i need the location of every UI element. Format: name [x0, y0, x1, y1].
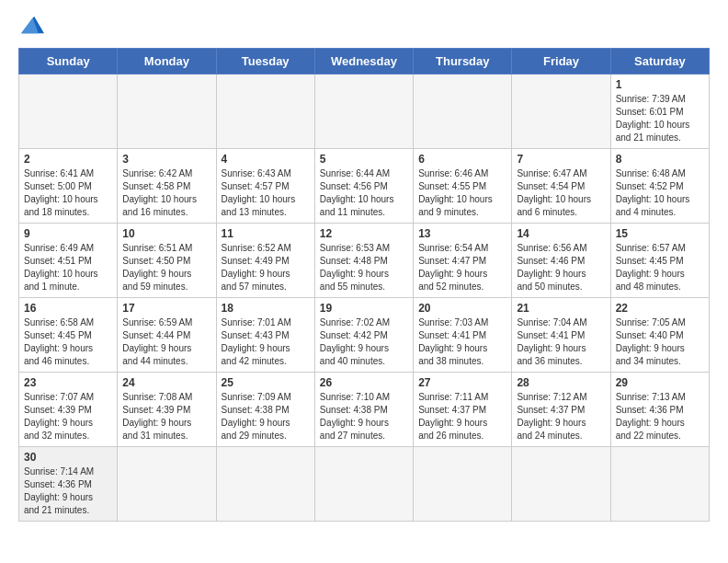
day-info: Sunrise: 6:47 AM Sunset: 4:54 PM Dayligh…	[517, 167, 605, 219]
day-number: 8	[616, 153, 704, 166]
day-info: Sunrise: 7:03 AM Sunset: 4:41 PM Dayligh…	[418, 316, 506, 368]
day-number: 13	[418, 227, 506, 240]
day-number: 27	[418, 376, 506, 389]
calendar-cell	[118, 447, 216, 522]
day-number: 6	[418, 153, 506, 166]
day-number: 4	[222, 153, 310, 166]
calendar-week-2: 2Sunrise: 6:41 AM Sunset: 5:00 PM Daylig…	[19, 149, 710, 224]
day-number: 3	[122, 153, 210, 166]
day-info: Sunrise: 7:12 AM Sunset: 4:37 PM Dayligh…	[517, 391, 605, 442]
day-info: Sunrise: 6:53 AM Sunset: 4:48 PM Dayligh…	[320, 242, 408, 293]
day-info: Sunrise: 7:08 AM Sunset: 4:39 PM Dayligh…	[122, 391, 210, 442]
day-info: Sunrise: 7:05 AM Sunset: 4:40 PM Dayligh…	[616, 316, 704, 368]
calendar-cell: 29Sunrise: 7:13 AM Sunset: 4:36 PM Dayli…	[610, 373, 709, 447]
day-info: Sunrise: 6:41 AM Sunset: 5:00 PM Dayligh…	[24, 167, 112, 219]
calendar-cell: 24Sunrise: 7:08 AM Sunset: 4:39 PM Dayli…	[118, 373, 216, 447]
weekday-header-wednesday: Wednesday	[314, 49, 413, 75]
weekday-header-saturday: Saturday	[610, 49, 709, 75]
calendar-cell	[118, 75, 216, 149]
calendar-week-3: 9Sunrise: 6:49 AM Sunset: 4:51 PM Daylig…	[19, 224, 710, 298]
day-number: 11	[222, 227, 310, 240]
calendar-week-6: 30Sunrise: 7:14 AM Sunset: 4:36 PM Dayli…	[19, 447, 710, 522]
day-info: Sunrise: 7:01 AM Sunset: 4:43 PM Dayligh…	[222, 316, 310, 368]
weekday-header-tuesday: Tuesday	[216, 49, 314, 75]
day-info: Sunrise: 7:07 AM Sunset: 4:39 PM Dayligh…	[24, 391, 112, 442]
day-info: Sunrise: 7:02 AM Sunset: 4:42 PM Dayligh…	[320, 316, 408, 368]
calendar-cell	[216, 447, 314, 522]
calendar-cell: 20Sunrise: 7:03 AM Sunset: 4:41 PM Dayli…	[414, 298, 512, 373]
day-number: 2	[24, 153, 112, 166]
calendar-week-1: 1Sunrise: 7:39 AM Sunset: 6:01 PM Daylig…	[19, 75, 710, 149]
calendar-cell	[610, 447, 709, 522]
day-number: 21	[517, 302, 605, 315]
day-info: Sunrise: 7:09 AM Sunset: 4:38 PM Dayligh…	[222, 391, 310, 442]
calendar-cell: 5Sunrise: 6:44 AM Sunset: 4:56 PM Daylig…	[314, 149, 413, 224]
calendar-cell: 6Sunrise: 6:46 AM Sunset: 4:55 PM Daylig…	[414, 149, 512, 224]
calendar-cell: 9Sunrise: 6:49 AM Sunset: 4:51 PM Daylig…	[19, 224, 118, 298]
day-number: 5	[320, 153, 408, 166]
day-info: Sunrise: 6:58 AM Sunset: 4:45 PM Dayligh…	[24, 316, 112, 368]
calendar-cell: 1Sunrise: 7:39 AM Sunset: 6:01 PM Daylig…	[610, 75, 709, 149]
day-info: Sunrise: 6:48 AM Sunset: 4:52 PM Dayligh…	[616, 167, 704, 219]
calendar-cell: 19Sunrise: 7:02 AM Sunset: 4:42 PM Dayli…	[314, 298, 413, 373]
day-info: Sunrise: 6:49 AM Sunset: 4:51 PM Dayligh…	[24, 242, 112, 293]
day-info: Sunrise: 6:52 AM Sunset: 4:49 PM Dayligh…	[222, 242, 310, 293]
day-number: 19	[320, 302, 408, 315]
day-info: Sunrise: 6:51 AM Sunset: 4:50 PM Dayligh…	[122, 242, 210, 293]
calendar-cell: 10Sunrise: 6:51 AM Sunset: 4:50 PM Dayli…	[118, 224, 216, 298]
day-info: Sunrise: 6:44 AM Sunset: 4:56 PM Dayligh…	[320, 167, 408, 219]
day-info: Sunrise: 6:46 AM Sunset: 4:55 PM Dayligh…	[418, 167, 506, 219]
day-number: 23	[24, 376, 112, 389]
calendar-cell	[512, 75, 610, 149]
calendar-table: SundayMondayTuesdayWednesdayThursdayFrid…	[18, 48, 710, 522]
header	[18, 15, 710, 39]
calendar-week-4: 16Sunrise: 6:58 AM Sunset: 4:45 PM Dayli…	[19, 298, 710, 373]
calendar-cell: 21Sunrise: 7:04 AM Sunset: 4:41 PM Dayli…	[512, 298, 610, 373]
calendar-cell: 18Sunrise: 7:01 AM Sunset: 4:43 PM Dayli…	[216, 298, 314, 373]
day-number: 14	[517, 227, 605, 240]
calendar-cell: 28Sunrise: 7:12 AM Sunset: 4:37 PM Dayli…	[512, 373, 610, 447]
calendar-cell: 30Sunrise: 7:14 AM Sunset: 4:36 PM Dayli…	[19, 447, 118, 522]
calendar-cell: 11Sunrise: 6:52 AM Sunset: 4:49 PM Dayli…	[216, 224, 314, 298]
generalblue-logo-icon	[18, 15, 44, 35]
calendar-cell: 3Sunrise: 6:42 AM Sunset: 4:58 PM Daylig…	[118, 149, 216, 224]
calendar-cell: 4Sunrise: 6:43 AM Sunset: 4:57 PM Daylig…	[216, 149, 314, 224]
calendar-cell: 2Sunrise: 6:41 AM Sunset: 5:00 PM Daylig…	[19, 149, 118, 224]
day-number: 25	[222, 376, 310, 389]
calendar-page: SundayMondayTuesdayWednesdayThursdayFrid…	[0, 0, 728, 540]
day-number: 1	[616, 78, 704, 91]
calendar-cell	[216, 75, 314, 149]
day-number: 29	[616, 376, 704, 389]
day-number: 15	[616, 227, 704, 240]
calendar-cell: 17Sunrise: 6:59 AM Sunset: 4:44 PM Dayli…	[118, 298, 216, 373]
day-number: 20	[418, 302, 506, 315]
calendar-week-5: 23Sunrise: 7:07 AM Sunset: 4:39 PM Dayli…	[19, 373, 710, 447]
calendar-cell: 14Sunrise: 6:56 AM Sunset: 4:46 PM Dayli…	[512, 224, 610, 298]
day-number: 30	[24, 451, 112, 464]
day-number: 16	[24, 302, 112, 315]
day-number: 12	[320, 227, 408, 240]
day-info: Sunrise: 6:56 AM Sunset: 4:46 PM Dayligh…	[517, 242, 605, 293]
day-info: Sunrise: 7:14 AM Sunset: 4:36 PM Dayligh…	[24, 465, 112, 517]
day-number: 26	[320, 376, 408, 389]
calendar-cell: 22Sunrise: 7:05 AM Sunset: 4:40 PM Dayli…	[610, 298, 709, 373]
calendar-cell: 16Sunrise: 6:58 AM Sunset: 4:45 PM Dayli…	[19, 298, 118, 373]
day-info: Sunrise: 7:39 AM Sunset: 6:01 PM Dayligh…	[616, 93, 704, 144]
calendar-cell: 8Sunrise: 6:48 AM Sunset: 4:52 PM Daylig…	[610, 149, 709, 224]
day-info: Sunrise: 7:11 AM Sunset: 4:37 PM Dayligh…	[418, 391, 506, 442]
day-info: Sunrise: 7:13 AM Sunset: 4:36 PM Dayligh…	[616, 391, 704, 442]
calendar-cell	[414, 447, 512, 522]
day-number: 7	[517, 153, 605, 166]
day-number: 17	[122, 302, 210, 315]
day-info: Sunrise: 6:59 AM Sunset: 4:44 PM Dayligh…	[122, 316, 210, 368]
calendar-cell: 27Sunrise: 7:11 AM Sunset: 4:37 PM Dayli…	[414, 373, 512, 447]
weekday-header-row: SundayMondayTuesdayWednesdayThursdayFrid…	[19, 49, 710, 75]
calendar-cell: 15Sunrise: 6:57 AM Sunset: 4:45 PM Dayli…	[610, 224, 709, 298]
calendar-cell: 13Sunrise: 6:54 AM Sunset: 4:47 PM Dayli…	[414, 224, 512, 298]
weekday-header-friday: Friday	[512, 49, 610, 75]
logo	[18, 15, 47, 35]
calendar-cell	[314, 75, 413, 149]
day-number: 24	[122, 376, 210, 389]
day-number: 9	[24, 227, 112, 240]
day-info: Sunrise: 6:43 AM Sunset: 4:57 PM Dayligh…	[222, 167, 310, 219]
